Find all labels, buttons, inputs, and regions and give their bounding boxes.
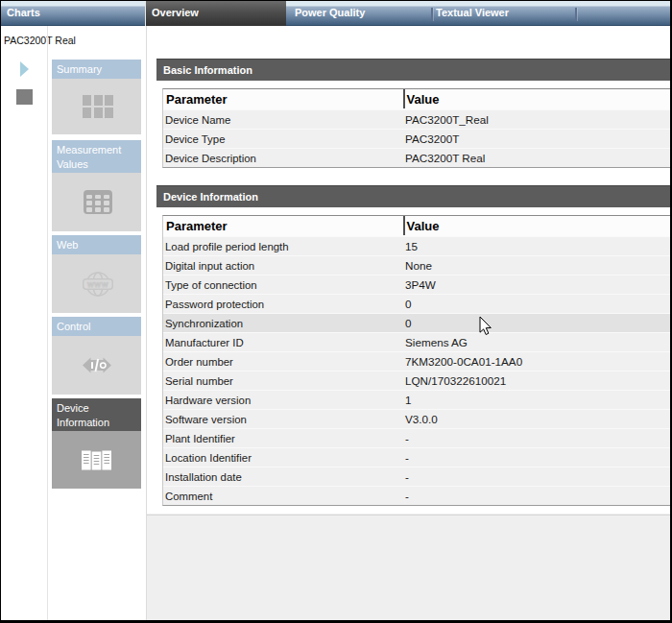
svg-text:WWW: WWW bbox=[86, 280, 108, 289]
